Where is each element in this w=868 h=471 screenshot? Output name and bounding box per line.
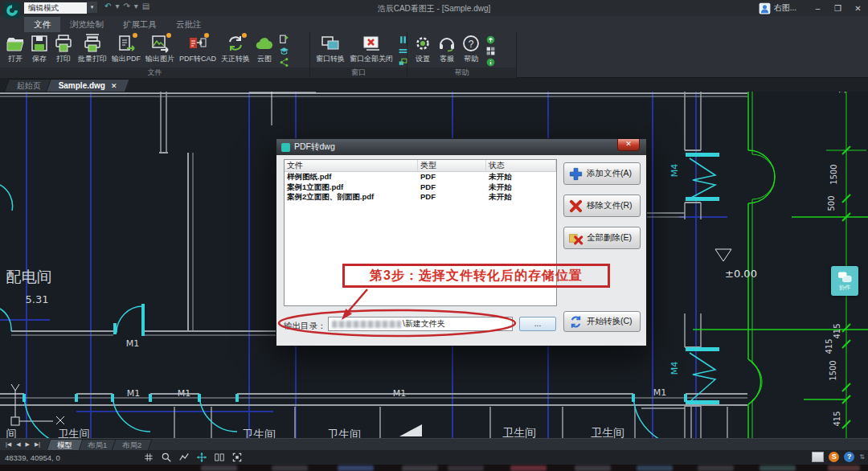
settings-button[interactable]: 设置	[411, 34, 435, 63]
export-image-icon	[150, 34, 170, 53]
collab-label: 协作	[839, 284, 850, 292]
output-path-tail: \新建文件夹	[403, 318, 445, 330]
file-status-cell: 未开始	[486, 172, 556, 182]
pdf-to-cad-icon	[188, 34, 207, 53]
edit-mode-select[interactable]: 编辑模式 ▾	[24, 2, 87, 14]
close-all-windows-button[interactable]: 窗口全部关闭	[347, 34, 395, 63]
layout-tab-布局2[interactable]: 布局2	[112, 439, 153, 451]
cad-label: 间	[6, 427, 17, 438]
layout-nav-icon[interactable]: ◀	[14, 441, 22, 448]
export-pdf-button[interactable]: 输出PDF	[109, 34, 143, 63]
window-switch-button[interactable]: 窗口转换	[313, 34, 347, 63]
layout-nav-icon[interactable]: ▶	[24, 441, 31, 448]
grid-icon[interactable]	[143, 452, 154, 463]
open-folder-icon	[6, 34, 25, 53]
ribbon-tab-云批注[interactable]: 云批注	[166, 17, 211, 32]
customer-service-icon	[437, 34, 457, 53]
education-icon	[279, 46, 289, 56]
layout-nav-icon[interactable]: ▶|	[33, 441, 42, 448]
question-badge-icon[interactable]: ?	[844, 452, 854, 462]
tab-close-icon[interactable]: ✕	[111, 82, 117, 90]
minimize-button[interactable]: –	[808, 1, 828, 15]
ribbon-tab-扩展工具[interactable]: 扩展工具	[113, 17, 166, 32]
zoom-window-icon[interactable]	[161, 452, 172, 463]
browse-button[interactable]: ...	[519, 317, 556, 331]
file-list-rows: 样例图纸.pdfPDF未开始案例1立面图.pdfPDF未开始案例2立面图、剖面图…	[285, 172, 556, 203]
add-plus-button[interactable]: 添加文件(A)	[563, 162, 641, 185]
dialog-title-bar[interactable]: PDF转dwg	[276, 139, 646, 155]
help-button[interactable]: ?帮助	[459, 34, 483, 63]
cad-label: 卫生间	[591, 426, 624, 438]
layout-tab-模型[interactable]: 模型	[47, 439, 84, 451]
doc-tab-Sample.dwg[interactable]: Sample.dwg✕	[46, 79, 130, 92]
upgrade-icon[interactable]	[485, 35, 496, 45]
file-row[interactable]: 样例图纸.pdfPDF未开始	[285, 172, 556, 182]
redo-icon[interactable]: ↷	[123, 2, 129, 10]
new-doc-icon	[279, 35, 289, 45]
export-pdf-icon	[117, 34, 136, 53]
customer-service-button[interactable]: 客服	[435, 34, 459, 63]
zoom-window-icon	[161, 452, 172, 463]
cad-label: M1	[393, 388, 407, 399]
column-header-文件[interactable]: 文件	[285, 160, 418, 171]
layout-nav-icon[interactable]: |◀	[4, 441, 13, 448]
dialog-close-button[interactable]: ✕	[617, 139, 640, 151]
file-type-cell: PDF	[418, 182, 486, 193]
layout-tab-bar: |◀◀▶▶| 模型布局1布局2	[0, 438, 868, 450]
apps-icon[interactable]	[485, 46, 496, 56]
blurred-path-segment	[332, 321, 401, 328]
cloud-icon	[255, 34, 274, 53]
undo-icon[interactable]: ↶	[104, 2, 111, 10]
undo-dropdown-icon[interactable]: ▾	[115, 2, 119, 10]
split-view-icon[interactable]	[214, 452, 225, 463]
pdf-to-cad-button[interactable]: PDF转CAD	[177, 34, 219, 63]
open-folder-button[interactable]: 打开	[3, 34, 27, 63]
full-screen-icon[interactable]	[231, 452, 243, 463]
restore-button[interactable]: ❐	[828, 1, 848, 15]
pan-icon	[196, 452, 207, 463]
svg-text:?: ?	[469, 39, 474, 50]
print-button[interactable]: 打印	[51, 34, 76, 63]
info-icon[interactable]	[485, 57, 496, 68]
new-doc-icon[interactable]	[279, 35, 289, 45]
ribbon-group-label: 窗口	[310, 68, 407, 78]
start-convert-button[interactable]: 开始转换(C)	[563, 311, 641, 332]
save-button[interactable]: 保存	[27, 34, 51, 63]
file-row[interactable]: 案例2立面图、剖面图.pdfPDF未开始	[285, 192, 556, 203]
share-icon[interactable]	[279, 57, 289, 68]
file-row[interactable]: 案例1立面图.pdfPDF未开始	[285, 182, 556, 193]
file-name-cell: 案例1立面图.pdf	[285, 182, 418, 193]
windows-taskbar[interactable]	[0, 465, 868, 471]
export-image-button[interactable]: 输出图片	[143, 34, 177, 63]
cloud-button[interactable]: 云图	[252, 34, 276, 63]
education-icon[interactable]	[279, 46, 289, 56]
ribbon: 打开保存打印批量打印输出PDF输出图片PDF转CAD天正转换云图文件窗口转换窗口…	[0, 32, 868, 78]
column-header-类型[interactable]: 类型	[418, 160, 486, 171]
output-dir-field[interactable]: \新建文件夹	[328, 317, 513, 331]
document-tab-bar: 起始页Sample.dwg✕	[0, 78, 868, 92]
annotation-box: 第3步：选择文件转化后的存储位置	[342, 264, 610, 288]
tray-arrows-icon[interactable]: ⇅	[859, 453, 865, 461]
user-name-label[interactable]: 右图...	[774, 2, 796, 14]
cad-label: 卫生间	[327, 428, 361, 438]
ribbon-tab-浏览绘制[interactable]: 浏览绘制	[60, 17, 113, 32]
tianzheng-convert-button[interactable]: 天正转换	[219, 34, 252, 63]
delete-all-button[interactable]: 全部删除(E)	[563, 227, 641, 249]
tray-window-icon[interactable]	[812, 452, 824, 462]
column-header-状态[interactable]: 状态	[486, 160, 556, 171]
collaboration-button[interactable]: 协作	[831, 266, 858, 296]
polyline-icon[interactable]	[178, 452, 190, 463]
ribbon-tab-文件[interactable]: 文件	[24, 17, 60, 32]
chevron-down-icon[interactable]: ▾	[87, 2, 97, 13]
close-button[interactable]: ✕	[848, 1, 868, 15]
tianzheng-convert-icon	[226, 34, 245, 53]
redo-dropdown-icon[interactable]: ▾	[134, 2, 138, 10]
full-screen-icon	[231, 452, 243, 463]
user-avatar-icon[interactable]	[759, 2, 771, 14]
batch-print-button[interactable]: 批量打印	[76, 34, 109, 63]
s-badge-icon[interactable]: S	[829, 452, 839, 462]
remove-x-button[interactable]: 移除文件(R)	[563, 195, 641, 217]
customize-toolbar-icon[interactable]: ▤	[142, 2, 149, 10]
quick-access-toolbar: ↶ ▾ ↷ ▾ ▤	[104, 2, 149, 10]
pan-icon[interactable]	[196, 452, 207, 463]
